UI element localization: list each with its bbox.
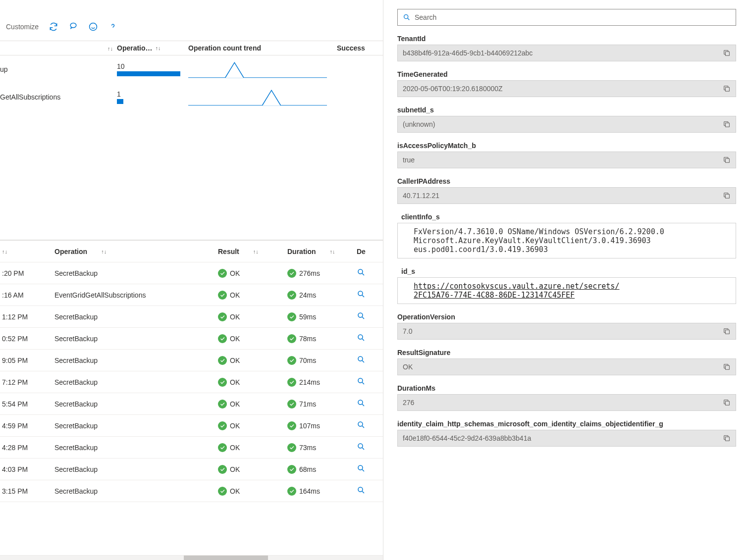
table-row[interactable]: 1:12 PM SecretBackup OK 59ms xyxy=(0,306,383,328)
cell-time: :16 AM xyxy=(0,291,54,299)
copy-icon[interactable] xyxy=(723,156,731,164)
cell-time: :20 PM xyxy=(0,269,54,277)
count-bar: 1 xyxy=(117,90,180,104)
customize-button[interactable]: Customize xyxy=(6,23,39,31)
summary-section: ↑↓ Operatio… ↑↓ Operation count trend Su… xyxy=(0,41,383,240)
cell-operation: SecretBackup xyxy=(54,422,218,430)
svg-point-1 xyxy=(358,269,363,274)
details-icon[interactable] xyxy=(357,270,366,278)
ok-badge-icon xyxy=(218,291,227,300)
details-icon[interactable] xyxy=(357,314,366,322)
cell-operation: SecretBackup xyxy=(54,378,218,386)
details-icon[interactable] xyxy=(357,488,366,496)
ok-badge-icon xyxy=(287,334,296,343)
cell-operation: SecretBackup xyxy=(54,487,218,495)
col-operation-label[interactable]: Operatio… xyxy=(117,44,153,52)
svg-rect-14 xyxy=(725,87,729,91)
summary-row[interactable]: GetAllSubscriptions 1 xyxy=(0,83,383,111)
copy-icon[interactable] xyxy=(723,120,731,128)
details-icon[interactable] xyxy=(357,379,366,387)
copy-icon[interactable] xyxy=(723,363,731,371)
svg-point-8 xyxy=(358,422,363,426)
toolbar: Customize xyxy=(0,13,383,41)
cell-result: OK xyxy=(218,421,287,430)
col-result[interactable]: Result↑↓ xyxy=(218,248,287,255)
summary-row[interactable]: up 10 xyxy=(0,55,383,83)
cell-result: OK xyxy=(218,465,287,474)
ok-badge-icon xyxy=(287,465,296,474)
table-row[interactable]: 4:03 PM SecretBackup OK 68ms xyxy=(0,458,383,480)
svg-rect-17 xyxy=(725,194,729,198)
copy-icon[interactable] xyxy=(723,327,731,335)
search-placeholder: Search xyxy=(415,13,436,21)
details-icon[interactable] xyxy=(357,336,366,344)
smile-icon[interactable] xyxy=(88,22,98,32)
field-value-readonly: 2020-05-06T00:19:20.6180000Z xyxy=(397,80,736,97)
details-icon[interactable] xyxy=(357,445,366,453)
table-row[interactable]: :16 AM EventGridGetAllSubscriptions OK 2… xyxy=(0,284,383,306)
col-details[interactable]: De xyxy=(357,248,376,255)
cell-operation: SecretBackup xyxy=(54,356,218,364)
svg-point-6 xyxy=(358,378,363,383)
details-icon[interactable] xyxy=(357,466,366,474)
table-row[interactable]: 9:05 PM SecretBackup OK 70ms xyxy=(0,350,383,371)
field-value-readonly: f40e18f0-6544-45c2-9d24-639a8bb3b41a xyxy=(397,430,736,447)
cell-duration: 78ms xyxy=(287,334,357,343)
ok-badge-icon xyxy=(287,378,296,387)
table-row[interactable]: 3:15 PM SecretBackup OK 164ms xyxy=(0,480,383,502)
table-row[interactable]: 4:59 PM SecretBackup OK 107ms xyxy=(0,415,383,437)
detail-field: identity_claim_http_schemas_microsoft_co… xyxy=(397,420,736,447)
help-icon[interactable] xyxy=(108,22,118,32)
operations-table: ↑↓ Operation↑↓ Result↑↓ Duration↑↓ De :2… xyxy=(0,240,383,555)
feedback-icon[interactable] xyxy=(68,22,78,32)
col-success-label: Success xyxy=(337,44,365,52)
left-pane: Customize ↑↓ Operatio… ↑↓ Operation coun… xyxy=(0,0,383,560)
cell-result: OK xyxy=(218,400,287,408)
cell-operation: SecretBackup xyxy=(54,313,218,321)
search-input[interactable]: Search xyxy=(397,9,736,26)
ok-badge-icon xyxy=(218,334,227,343)
details-icon[interactable] xyxy=(357,357,366,365)
horizontal-scrollbar[interactable] xyxy=(0,555,383,560)
copy-icon[interactable] xyxy=(723,192,731,200)
table-row[interactable]: 4:28 PM SecretBackup OK 73ms xyxy=(0,437,383,458)
col-duration[interactable]: Duration↑↓ xyxy=(287,248,357,255)
sort-icon[interactable]: ↑↓ xyxy=(156,45,161,51)
sort-icon[interactable]: ↑↓ xyxy=(107,46,113,51)
cell-time: 9:05 PM xyxy=(0,356,54,364)
cell-operation: SecretBackup xyxy=(54,465,218,473)
details-icon[interactable] xyxy=(357,401,366,409)
detail-field: TimeGenerated 2020-05-06T00:19:20.618000… xyxy=(397,70,736,97)
copy-icon[interactable] xyxy=(723,399,731,407)
details-icon[interactable] xyxy=(357,423,366,431)
field-value-readonly: 7.0 xyxy=(397,323,736,340)
col-operation[interactable]: Operation↑↓ xyxy=(54,248,218,255)
table-row[interactable]: 5:54 PM SecretBackup OK 71ms xyxy=(0,393,383,415)
svg-point-2 xyxy=(358,291,363,296)
table-row[interactable]: 0:52 PM SecretBackup OK 78ms xyxy=(0,328,383,350)
col-time[interactable]: ↑↓ xyxy=(0,249,54,255)
cell-result: OK xyxy=(218,487,287,496)
copy-icon[interactable] xyxy=(723,49,731,57)
ok-badge-icon xyxy=(218,269,227,278)
detail-field: OperationVersion 7.0 xyxy=(397,313,736,340)
cell-time: 5:54 PM xyxy=(0,400,54,408)
field-label: identity_claim_http_schemas_microsoft_co… xyxy=(397,420,736,428)
ok-badge-icon xyxy=(287,312,296,321)
copy-icon[interactable] xyxy=(723,85,731,93)
ok-badge-icon xyxy=(287,356,296,365)
svg-point-12 xyxy=(404,15,408,19)
field-value-readonly: true xyxy=(397,152,736,168)
table-row[interactable]: :20 PM SecretBackup OK 276ms xyxy=(0,262,383,284)
refresh-icon[interactable] xyxy=(49,22,58,32)
field-label: ResultSignature xyxy=(397,349,736,356)
cell-duration: 71ms xyxy=(287,400,357,408)
table-row[interactable]: 7:12 PM SecretBackup OK 214ms xyxy=(0,371,383,393)
field-value-link[interactable]: https://contosokvscus.vault.azure.net/se… xyxy=(397,277,736,304)
cell-duration: 107ms xyxy=(287,421,357,430)
copy-icon[interactable] xyxy=(723,434,731,442)
ok-badge-icon xyxy=(218,400,227,408)
details-icon[interactable] xyxy=(357,292,366,300)
cell-time: 3:15 PM xyxy=(0,487,54,495)
ok-badge-icon xyxy=(218,487,227,496)
